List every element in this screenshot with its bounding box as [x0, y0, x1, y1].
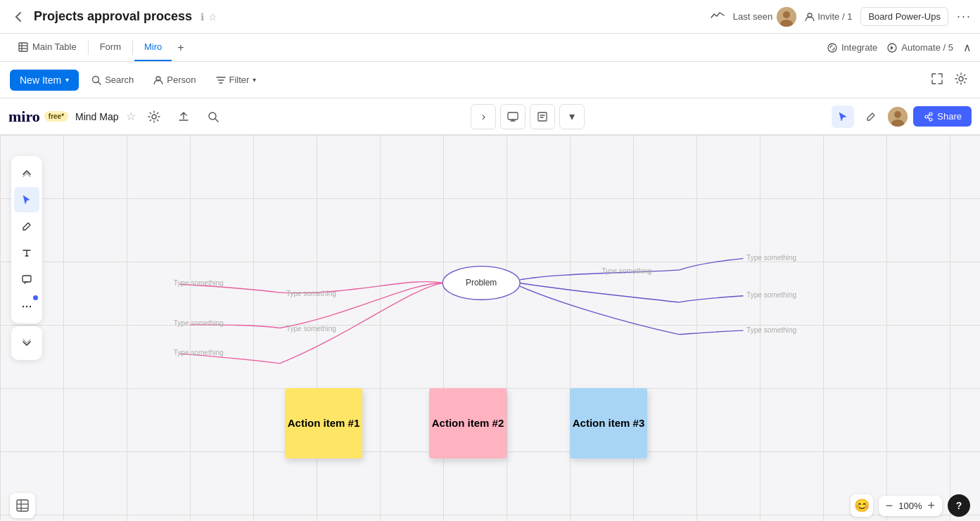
invite-button[interactable]: Invite / 1: [805, 11, 852, 22]
mindmap-svg: Problem Type something Type something Ty…: [0, 135, 980, 521]
tab-main-table[interactable]: Main Table: [8, 34, 87, 61]
svg-text:Type something: Type something: [746, 326, 796, 334]
miro-cursor-tool[interactable]: [14, 187, 39, 212]
miro-comment-tool[interactable]: [14, 267, 39, 292]
miro-settings-button[interactable]: [143, 105, 165, 128]
tab-bar-left: Main Table Form Miro +: [8, 34, 190, 61]
miro-cursor-icon: [832, 105, 854, 128]
svg-point-30: [23, 306, 24, 307]
avatar: [777, 7, 796, 27]
miro-search-button[interactable]: [202, 105, 224, 128]
automate-button[interactable]: Automate / 5: [887, 42, 953, 53]
board-power-ups-button[interactable]: Board Power-Ups: [860, 7, 948, 26]
miro-share-button[interactable]: Share: [913, 106, 972, 127]
svg-point-22: [894, 111, 901, 118]
zoom-in-button[interactable]: +: [927, 499, 935, 513]
search-button[interactable]: Search: [84, 70, 141, 89]
person-button[interactable]: Person: [146, 70, 203, 89]
table-view-button[interactable]: [10, 493, 35, 518]
miro-expand-button[interactable]: ▾: [559, 104, 585, 129]
last-seen: Last seen: [733, 7, 796, 27]
sticky-note-3[interactable]: Action item #3: [570, 388, 647, 458]
miro-user-avatar: [888, 107, 908, 127]
tab-form[interactable]: Form: [90, 34, 131, 61]
settings-button[interactable]: [952, 70, 970, 91]
sticky-note-2[interactable]: Action item #2: [429, 388, 507, 458]
svg-point-8: [828, 44, 836, 52]
miro-pen-button[interactable]: [860, 105, 882, 128]
svg-text:Type something: Type something: [746, 291, 796, 299]
miro-free-badge: free*: [44, 111, 68, 122]
miro-board-name: Mind Map: [75, 111, 118, 122]
miro-pen-tool[interactable]: [14, 214, 39, 239]
svg-line-11: [98, 82, 101, 84]
tab-miro[interactable]: Miro: [134, 34, 172, 61]
miro-chevron-button[interactable]: ›: [471, 104, 496, 129]
new-item-button[interactable]: New Item ▾: [10, 70, 79, 91]
svg-line-16: [215, 119, 218, 122]
svg-point-15: [209, 112, 216, 120]
svg-text:Type something: Type something: [602, 267, 651, 275]
svg-rect-17: [508, 112, 518, 120]
canvas-area[interactable]: Problem Type something Type something Ty…: [0, 135, 980, 521]
miro-topbar-mid: › ▾: [471, 104, 585, 129]
title-icons: ℹ ☆: [201, 11, 217, 22]
info-icon[interactable]: ℹ: [201, 11, 204, 22]
miro-scroll-up-tool[interactable]: [14, 160, 39, 186]
zoom-controls: − 100% +: [879, 496, 942, 516]
new-item-chevron-icon: ▾: [65, 76, 69, 84]
header-left: Projects approval process ℹ ☆: [8, 7, 217, 27]
miro-topbar-right: Share: [832, 105, 972, 128]
miro-sidebar: [11, 156, 42, 479]
filter-chevron-icon: ▾: [253, 76, 256, 84]
miro-container: miro free* Mind Map ☆ › ▾: [0, 98, 980, 521]
header-right: Last seen Invite / 1 Board Power-Ups ···: [711, 7, 972, 27]
svg-rect-18: [538, 112, 547, 121]
zoom-out-button[interactable]: −: [886, 499, 893, 513]
svg-point-1: [783, 11, 790, 18]
more-button[interactable]: ···: [957, 9, 972, 24]
filter-button[interactable]: Filter ▾: [209, 70, 264, 89]
miro-text-tool[interactable]: [14, 240, 39, 266]
svg-rect-44: [17, 500, 28, 511]
zoom-percent: 100%: [898, 501, 922, 511]
toolbar-right: [928, 70, 970, 91]
svg-point-32: [30, 306, 31, 307]
miro-scroll-down-tool[interactable]: [14, 330, 39, 356]
star-icon[interactable]: ☆: [208, 11, 217, 22]
svg-point-24: [925, 115, 928, 118]
miro-logo-text: miro: [8, 108, 40, 126]
miro-upload-button[interactable]: [172, 105, 195, 128]
miro-tool-group-secondary: [11, 326, 42, 360]
tab-divider: [88, 41, 89, 55]
svg-text:Type something: Type something: [174, 279, 224, 287]
miro-star-icon[interactable]: ☆: [126, 110, 136, 123]
tab-add-button[interactable]: +: [172, 41, 189, 54]
miro-tool-group-main: [11, 156, 42, 323]
collapse-button[interactable]: ∧: [963, 41, 972, 54]
svg-rect-4: [19, 43, 27, 51]
analytics-icon[interactable]: [711, 11, 725, 23]
svg-point-13: [959, 77, 963, 81]
emoji-button[interactable]: 😊: [851, 494, 873, 517]
miro-notes-button[interactable]: [530, 104, 555, 129]
miro-logo: miro free*: [8, 108, 68, 126]
miro-more-tool[interactable]: [14, 294, 39, 319]
svg-point-14: [152, 115, 156, 119]
miro-present-button[interactable]: [500, 104, 526, 129]
toolbar: New Item ▾ Search Person Filter ▾: [0, 62, 980, 98]
help-button[interactable]: ?: [948, 494, 970, 517]
back-button[interactable]: [8, 7, 28, 27]
tab-bar: Main Table Form Miro + Integrate Automat…: [0, 34, 980, 62]
svg-text:Type something: Type something: [286, 290, 336, 297]
sticky-note-1[interactable]: Action item #1: [285, 388, 362, 458]
svg-line-28: [928, 117, 930, 119]
svg-rect-29: [23, 276, 31, 282]
svg-text:Type something: Type something: [174, 349, 224, 356]
expand-button[interactable]: [928, 70, 946, 91]
tab-divider-2: [132, 41, 133, 55]
miro-bottombar: 😊 − 100% + ?: [0, 490, 980, 521]
svg-point-31: [26, 306, 27, 307]
integrate-button[interactable]: Integrate: [827, 42, 877, 53]
miro-topbar: miro free* Mind Map ☆ › ▾: [0, 98, 980, 135]
